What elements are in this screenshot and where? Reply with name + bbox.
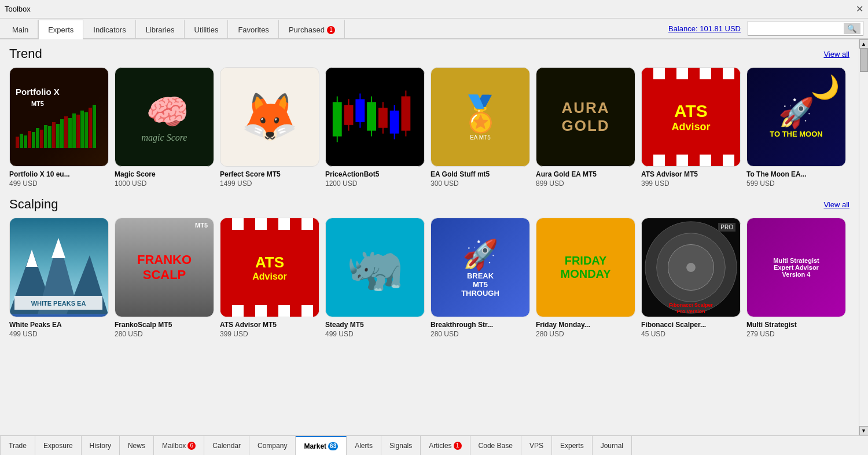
search-input[interactable] <box>751 24 843 32</box>
bottom-tab-articles[interactable]: Articles1 <box>421 436 470 455</box>
product-item[interactable]: ATSAdvisorATS Advisor MT5399 USD <box>641 67 741 188</box>
product-thumbnail: AURAGOLD <box>536 67 635 167</box>
section-trend: TrendView allPortfolio XMT5Portfolio X 1… <box>9 46 849 188</box>
tab-main[interactable]: Main <box>2 20 38 39</box>
product-price: 279 USD <box>746 330 846 338</box>
product-name: FrankoScalp MT5 <box>115 321 214 329</box>
bottom-tab-experts[interactable]: Experts <box>552 436 593 455</box>
close-button[interactable]: ✕ <box>856 3 863 14</box>
section-title-trend: Trend <box>9 46 42 61</box>
product-name: Aura Gold EA MT5 <box>536 170 635 178</box>
product-price: 499 USD <box>325 330 425 338</box>
product-thumbnail: 🧠magic Score <box>115 67 214 167</box>
product-item[interactable]: PROFibonacci ScalperPro VersionFibonacci… <box>641 218 741 338</box>
product-thumbnail: 🦊 <box>220 67 319 167</box>
product-price: 280 USD <box>115 330 214 338</box>
bottom-tab-calendar[interactable]: Calendar <box>204 436 249 455</box>
product-price: 499 USD <box>9 330 109 338</box>
product-price: 1499 USD <box>220 179 319 188</box>
product-item[interactable]: 🌙🚀TO THE MOONTo The Moon EA...599 USD <box>746 67 846 188</box>
scroll-up-button[interactable]: ▲ <box>859 39 869 49</box>
product-thumbnail: Multi StrategistExpert AdvisorVersion 4 <box>746 218 846 317</box>
title-bar: Toolbox ✕ <box>0 0 868 19</box>
product-name: Fibonacci Scalper... <box>641 321 741 329</box>
tab-libraries[interactable]: Libraries <box>136 20 185 39</box>
product-item[interactable]: MT5FRANKOSCALPFrankoScalp MT5280 USD <box>115 218 214 338</box>
product-name: EA Gold Stuff mt5 <box>431 170 530 178</box>
product-name: PriceActionBot5 <box>325 170 425 178</box>
product-item[interactable]: AURAGOLDAura Gold EA MT5899 USD <box>536 67 635 188</box>
product-price: 1200 USD <box>325 179 425 188</box>
tab-indicators[interactable]: Indicators <box>83 20 135 39</box>
scrollbar-track: ▲ ▼ <box>859 39 868 435</box>
bottom-tab-codebase[interactable]: Code Base <box>470 436 521 455</box>
product-thumbnail: 🦏 <box>325 218 425 317</box>
product-thumbnail: ATSAdvisor <box>641 67 741 167</box>
product-price: 280 USD <box>536 330 635 338</box>
view-all-scalping[interactable]: View all <box>823 200 849 209</box>
scroll-thumb-area <box>859 49 868 426</box>
product-thumbnail: WHITE PEAKS EA <box>9 218 109 317</box>
product-item[interactable]: Multi StrategistExpert AdvisorVersion 4M… <box>746 218 846 338</box>
product-name: Portfolio X 10 eu... <box>9 170 109 178</box>
bottom-tab-vps[interactable]: VPS <box>521 436 552 455</box>
product-thumbnail <box>325 67 425 167</box>
scroll-area[interactable]: TrendView allPortfolio XMT5Portfolio X 1… <box>0 39 859 435</box>
tab-utilities[interactable]: Utilities <box>185 20 229 39</box>
product-item[interactable]: 🏅EA MT5EA Gold Stuff mt5300 USD <box>431 67 530 188</box>
bottom-tab-market[interactable]: Market63 <box>296 436 347 455</box>
bottom-tab-history[interactable]: History <box>82 436 120 455</box>
product-thumbnail: MT5FRANKOSCALP <box>115 218 214 317</box>
product-price: 1000 USD <box>115 179 214 188</box>
tab-purchased[interactable]: Purchased1 <box>279 20 345 39</box>
product-item[interactable]: ATSAdvisorATS Advisor MT5399 USD <box>220 218 319 338</box>
search-box: 🔍 <box>748 21 863 36</box>
scroll-down-button[interactable]: ▼ <box>859 426 869 435</box>
bottom-tab-journal[interactable]: Journal <box>593 436 632 455</box>
product-thumbnail: 🏅EA MT5 <box>431 67 530 167</box>
balance-link[interactable]: Balance: 101.81 USD <box>661 19 748 38</box>
product-item[interactable]: 🦏Steady MT5499 USD <box>325 218 425 338</box>
tab-favorites[interactable]: Favorites <box>228 20 278 39</box>
bottom-tab-alerts[interactable]: Alerts <box>347 436 381 455</box>
product-name: Friday Monday... <box>536 321 635 329</box>
product-grid-scalping: WHITE PEAKS EAWhite Peaks EA499 USDMT5FR… <box>9 218 849 338</box>
product-name: To The Moon EA... <box>746 170 846 178</box>
main-area: TrendView allPortfolio XMT5Portfolio X 1… <box>0 39 868 435</box>
product-price: 599 USD <box>746 179 846 188</box>
tab-experts[interactable]: Experts <box>38 20 83 39</box>
product-item[interactable]: Portfolio XMT5Portfolio X 10 eu...499 US… <box>9 67 109 188</box>
bottom-tab-mailbox[interactable]: Mailbox6 <box>154 436 204 455</box>
product-thumbnail: Portfolio XMT5 <box>9 67 109 167</box>
product-price: 499 USD <box>9 179 109 188</box>
product-item[interactable]: 🧠magic ScoreMagic Score1000 USD <box>115 67 214 188</box>
app-title: Toolbox <box>5 5 31 13</box>
product-price: 300 USD <box>431 179 530 188</box>
bottom-tab-signals[interactable]: Signals <box>381 436 421 455</box>
svg-text:Fibonacci Scalper: Fibonacci Scalper <box>669 302 713 308</box>
bottom-tab-company[interactable]: Company <box>249 436 296 455</box>
product-name: ATS Advisor MT5 <box>220 321 319 329</box>
product-item[interactable]: WHITE PEAKS EAWhite Peaks EA499 USD <box>9 218 109 338</box>
bottom-tab-news[interactable]: News <box>120 436 154 455</box>
view-all-trend[interactable]: View all <box>823 50 849 58</box>
bottom-tabs: TradeExposureHistoryNewsMailbox6Calendar… <box>0 436 868 455</box>
svg-point-25 <box>686 263 696 272</box>
section-title-scalping: Scalping <box>9 197 58 212</box>
svg-text:WHITE PEAKS EA: WHITE PEAKS EA <box>31 300 86 307</box>
bottom-tab-exposure[interactable]: Exposure <box>35 436 82 455</box>
bottom-tab-trade[interactable]: Trade <box>0 436 35 455</box>
product-price: 399 USD <box>220 330 319 338</box>
product-thumbnail: 🚀BREAKMT5THROUGH <box>431 218 530 317</box>
product-name: ATS Advisor MT5 <box>641 170 741 178</box>
search-button[interactable]: 🔍 <box>844 23 860 34</box>
product-price: 899 USD <box>536 179 635 188</box>
product-item[interactable]: 🦊Perfect Score MT51499 USD <box>220 67 319 188</box>
product-name: Steady MT5 <box>325 321 425 329</box>
bottom-bar: TradeExposureHistoryNewsMailbox6Calendar… <box>0 435 868 455</box>
scroll-thumb[interactable] <box>860 49 868 72</box>
product-item[interactable]: FRIDAYMONDAYFriday Monday...280 USD <box>536 218 635 338</box>
top-tabs: MainExpertsIndicatorsLibrariesUtilitiesF… <box>2 19 345 38</box>
product-item[interactable]: 🚀BREAKMT5THROUGHBreakthrough Str...280 U… <box>431 218 530 338</box>
product-item[interactable]: PriceActionBot51200 USD <box>325 67 425 188</box>
